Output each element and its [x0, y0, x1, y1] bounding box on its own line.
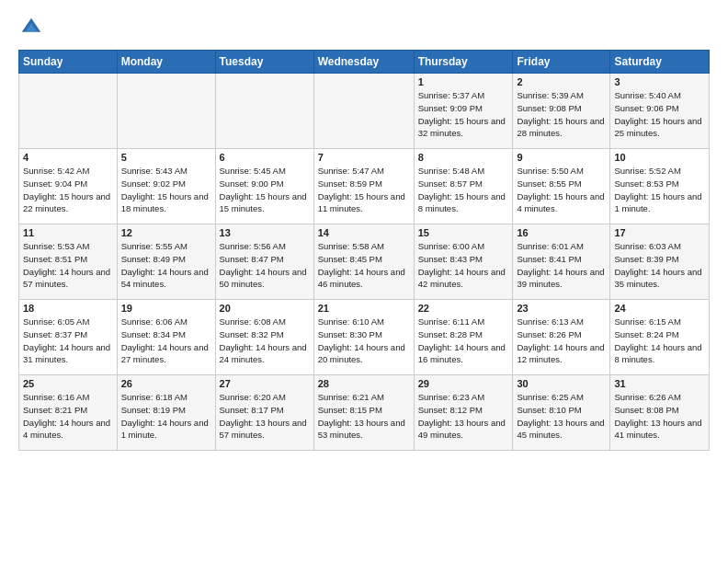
day-number: 6: [220, 152, 310, 163]
day-number: 21: [318, 303, 410, 314]
day-info: Sunrise: 6:10 AMSunset: 8:30 PMDaylight:…: [318, 316, 410, 366]
day-cell: 11Sunrise: 5:53 AMSunset: 8:51 PMDayligh…: [19, 224, 118, 300]
day-number: 18: [23, 303, 113, 314]
day-number: 24: [614, 303, 705, 314]
day-number: 1: [418, 76, 509, 87]
calendar-table: SundayMondayTuesdayWednesdayThursdayFrid…: [18, 50, 710, 451]
day-cell: 3Sunrise: 5:40 AMSunset: 9:06 PMDaylight…: [610, 74, 710, 149]
day-cell: 13Sunrise: 5:56 AMSunset: 8:47 PMDayligh…: [215, 224, 313, 300]
day-info: Sunrise: 5:45 AMSunset: 9:00 PMDaylight:…: [220, 165, 310, 215]
weekday-header-thursday: Thursday: [414, 51, 513, 74]
day-info: Sunrise: 5:39 AMSunset: 9:08 PMDaylight:…: [517, 89, 606, 140]
day-cell: 10Sunrise: 5:52 AMSunset: 8:53 PMDayligh…: [610, 149, 710, 224]
weekday-header-tuesday: Tuesday: [215, 51, 313, 74]
day-info: Sunrise: 5:53 AMSunset: 8:51 PMDaylight:…: [23, 240, 113, 291]
day-number: 15: [418, 227, 509, 238]
day-cell: 8Sunrise: 5:48 AMSunset: 8:57 PMDaylight…: [414, 149, 513, 224]
day-cell: 16Sunrise: 6:01 AMSunset: 8:41 PMDayligh…: [513, 224, 610, 300]
day-cell: 4Sunrise: 5:42 AMSunset: 9:04 PMDaylight…: [19, 149, 118, 224]
day-cell: 29Sunrise: 6:23 AMSunset: 8:12 PMDayligh…: [414, 375, 513, 451]
day-number: 27: [220, 378, 310, 389]
day-info: Sunrise: 6:06 AMSunset: 8:34 PMDaylight:…: [121, 316, 211, 366]
day-info: Sunrise: 6:23 AMSunset: 8:12 PMDaylight:…: [418, 391, 509, 442]
day-cell: 24Sunrise: 6:15 AMSunset: 8:24 PMDayligh…: [610, 300, 710, 375]
day-info: Sunrise: 6:03 AMSunset: 8:39 PMDaylight:…: [614, 240, 705, 291]
day-info: Sunrise: 6:25 AMSunset: 8:10 PMDaylight:…: [517, 391, 606, 442]
day-cell: 12Sunrise: 5:55 AMSunset: 8:49 PMDayligh…: [117, 224, 215, 300]
day-cell: 19Sunrise: 6:06 AMSunset: 8:34 PMDayligh…: [117, 300, 215, 375]
day-cell: 1Sunrise: 5:37 AMSunset: 9:09 PMDaylight…: [414, 74, 513, 149]
day-info: Sunrise: 5:52 AMSunset: 8:53 PMDaylight:…: [614, 165, 705, 215]
day-number: 28: [318, 378, 410, 389]
day-cell: 21Sunrise: 6:10 AMSunset: 8:30 PMDayligh…: [313, 300, 414, 375]
day-cell: 28Sunrise: 6:21 AMSunset: 8:15 PMDayligh…: [313, 375, 414, 451]
weekday-header-sunday: Sunday: [19, 51, 118, 74]
day-cell: 14Sunrise: 5:58 AMSunset: 8:45 PMDayligh…: [313, 224, 414, 300]
day-number: 19: [121, 303, 211, 314]
day-info: Sunrise: 6:13 AMSunset: 8:26 PMDaylight:…: [517, 316, 606, 366]
day-info: Sunrise: 6:15 AMSunset: 8:24 PMDaylight:…: [614, 316, 705, 366]
day-number: 10: [614, 152, 705, 163]
day-info: Sunrise: 5:48 AMSunset: 8:57 PMDaylight:…: [418, 165, 509, 215]
day-number: 23: [517, 303, 606, 314]
day-number: 30: [517, 378, 606, 389]
day-number: 12: [121, 227, 211, 238]
day-cell: 2Sunrise: 5:39 AMSunset: 9:08 PMDaylight…: [513, 74, 610, 149]
week-row-1: 1Sunrise: 5:37 AMSunset: 9:09 PMDaylight…: [19, 74, 710, 149]
weekday-header-saturday: Saturday: [610, 51, 710, 74]
day-cell: 5Sunrise: 5:43 AMSunset: 9:02 PMDaylight…: [117, 149, 215, 224]
day-cell: 17Sunrise: 6:03 AMSunset: 8:39 PMDayligh…: [610, 224, 710, 300]
week-row-2: 4Sunrise: 5:42 AMSunset: 9:04 PMDaylight…: [19, 149, 710, 224]
day-cell: 30Sunrise: 6:25 AMSunset: 8:10 PMDayligh…: [513, 375, 610, 451]
day-info: Sunrise: 6:26 AMSunset: 8:08 PMDaylight:…: [614, 391, 705, 442]
day-number: 2: [517, 76, 606, 87]
day-info: Sunrise: 5:42 AMSunset: 9:04 PMDaylight:…: [23, 165, 113, 215]
day-cell: [313, 74, 414, 149]
day-cell: 23Sunrise: 6:13 AMSunset: 8:26 PMDayligh…: [513, 300, 610, 375]
week-row-4: 18Sunrise: 6:05 AMSunset: 8:37 PMDayligh…: [19, 300, 710, 375]
day-info: Sunrise: 5:40 AMSunset: 9:06 PMDaylight:…: [614, 89, 705, 140]
day-cell: [19, 74, 118, 149]
header: [18, 15, 710, 40]
week-row-3: 11Sunrise: 5:53 AMSunset: 8:51 PMDayligh…: [19, 224, 710, 300]
day-number: 7: [318, 152, 410, 163]
day-info: Sunrise: 6:08 AMSunset: 8:32 PMDaylight:…: [220, 316, 310, 366]
day-info: Sunrise: 6:11 AMSunset: 8:28 PMDaylight:…: [418, 316, 509, 366]
day-number: 31: [614, 378, 705, 389]
day-info: Sunrise: 5:55 AMSunset: 8:49 PMDaylight:…: [121, 240, 211, 291]
day-info: Sunrise: 6:00 AMSunset: 8:43 PMDaylight:…: [418, 240, 509, 291]
day-info: Sunrise: 5:56 AMSunset: 8:47 PMDaylight:…: [220, 240, 310, 291]
day-cell: 9Sunrise: 5:50 AMSunset: 8:55 PMDaylight…: [513, 149, 610, 224]
day-number: 29: [418, 378, 509, 389]
weekday-header-wednesday: Wednesday: [313, 51, 414, 74]
day-info: Sunrise: 6:01 AMSunset: 8:41 PMDaylight:…: [517, 240, 606, 291]
day-number: 22: [418, 303, 509, 314]
day-number: 14: [318, 227, 410, 238]
day-info: Sunrise: 5:37 AMSunset: 9:09 PMDaylight:…: [418, 89, 509, 140]
day-info: Sunrise: 6:21 AMSunset: 8:15 PMDaylight:…: [318, 391, 410, 442]
day-number: 26: [121, 378, 211, 389]
day-cell: 15Sunrise: 6:00 AMSunset: 8:43 PMDayligh…: [414, 224, 513, 300]
weekday-header-monday: Monday: [117, 51, 215, 74]
day-cell: 27Sunrise: 6:20 AMSunset: 8:17 PMDayligh…: [215, 375, 313, 451]
page: SundayMondayTuesdayWednesdayThursdayFrid…: [0, 0, 728, 563]
day-number: 13: [220, 227, 310, 238]
day-number: 20: [220, 303, 310, 314]
logo: [18, 15, 48, 40]
logo-icon: [18, 15, 44, 40]
day-cell: [117, 74, 215, 149]
day-info: Sunrise: 6:18 AMSunset: 8:19 PMDaylight:…: [121, 391, 211, 442]
day-info: Sunrise: 5:43 AMSunset: 9:02 PMDaylight:…: [121, 165, 211, 215]
day-info: Sunrise: 5:58 AMSunset: 8:45 PMDaylight:…: [318, 240, 410, 291]
day-cell: 31Sunrise: 6:26 AMSunset: 8:08 PMDayligh…: [610, 375, 710, 451]
day-info: Sunrise: 6:16 AMSunset: 8:21 PMDaylight:…: [23, 391, 113, 442]
day-number: 8: [418, 152, 509, 163]
day-number: 16: [517, 227, 606, 238]
day-cell: 7Sunrise: 5:47 AMSunset: 8:59 PMDaylight…: [313, 149, 414, 224]
day-number: 9: [517, 152, 606, 163]
day-cell: 6Sunrise: 5:45 AMSunset: 9:00 PMDaylight…: [215, 149, 313, 224]
day-number: 3: [614, 76, 705, 87]
day-number: 4: [23, 152, 113, 163]
weekday-header-friday: Friday: [513, 51, 610, 74]
day-info: Sunrise: 6:20 AMSunset: 8:17 PMDaylight:…: [220, 391, 310, 442]
